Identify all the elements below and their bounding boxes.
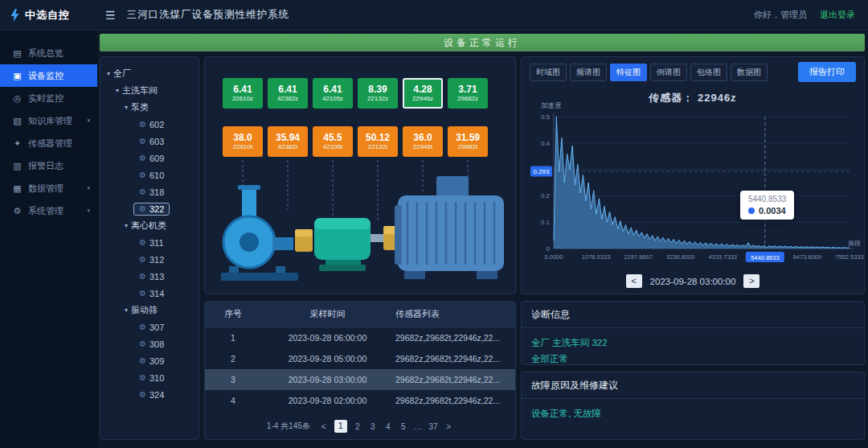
- realtime-monitor-icon: ◎: [12, 93, 23, 104]
- pagination-next[interactable]: >: [444, 422, 453, 431]
- date-next-button[interactable]: >: [743, 274, 760, 288]
- tree-leaf-308[interactable]: ⚙308: [104, 335, 195, 352]
- tree-leaf-307[interactable]: ⚙307: [104, 319, 195, 335]
- chart-tab-cepstrum[interactable]: 倒谱图: [650, 64, 687, 81]
- tree-leaf-box: ⚙310: [133, 372, 170, 384]
- sidebar-item-system-manage[interactable]: ⚙系统管理▾: [0, 199, 97, 222]
- badge-sensor-id: 42382t: [278, 143, 297, 151]
- pagination-prev[interactable]: <: [319, 422, 329, 431]
- table-row[interactable]: 22023-09-28 05:00:0029682z,29682t,22946z…: [205, 348, 515, 369]
- sensor-badge-22946t[interactable]: 36.022946t: [403, 126, 443, 157]
- tree-leaf-609[interactable]: ⚙609: [104, 150, 195, 166]
- tree-leaf-602[interactable]: ⚙602: [104, 116, 195, 133]
- pagination-summary: 1-4 共145条: [267, 421, 310, 432]
- tree-leaf-312[interactable]: ⚙312: [104, 251, 195, 268]
- equipment-panel: 6.4122610z6.4142382z6.4142105z8.3922132z…: [204, 56, 516, 294]
- badge-value: 6.41: [323, 84, 342, 95]
- chart-tab-envelope[interactable]: 包络图: [690, 64, 727, 81]
- sidebar-item-data-manage[interactable]: ▦数据管理▾: [0, 177, 97, 199]
- chart-tab-time-domain[interactable]: 时域图: [530, 64, 567, 81]
- badge-sensor-id: 22132t: [368, 143, 387, 151]
- logout-button[interactable]: 退出登录: [820, 9, 855, 21]
- gear-icon: ⚙: [139, 373, 146, 382]
- gear-icon: ⚙: [139, 238, 146, 247]
- tree-branch-离心机类[interactable]: ▾离心机类: [104, 217, 195, 234]
- tree-branch-振动筛[interactable]: ▾振动筛: [104, 302, 195, 319]
- table-row[interactable]: 32023-09-28 03:00:0029682z,29682t,22946z…: [205, 369, 515, 390]
- tree-leaf-box: ⚙603: [133, 135, 170, 148]
- cell-time: 2023-09-28 06:00:00: [261, 333, 394, 343]
- pagination-page-2[interactable]: 2: [353, 422, 362, 431]
- pagination-page-4[interactable]: 4: [383, 422, 393, 431]
- sidebar-item-alarm-log[interactable]: ▥报警日志: [0, 154, 97, 177]
- fault-title: 故障原因及维修建议: [522, 372, 864, 399]
- diagnosis-location-link[interactable]: 全厂 主洗车间 322: [531, 335, 854, 351]
- pagination-page-37[interactable]: 37: [428, 422, 438, 431]
- table-pagination: 1-4 共145条<12345...37>: [205, 420, 515, 433]
- feature-chart-plot[interactable]: 0.00001078.93332157.86673236.80004315.73…: [530, 110, 858, 271]
- gear-icon: ⚙: [139, 255, 146, 264]
- gear-icon: ⚙: [139, 204, 146, 213]
- sensor-badge-22610t[interactable]: 38.022610t: [223, 126, 263, 157]
- gear-icon: ⚙: [139, 171, 146, 179]
- chart-tooltip: 5440.8533 0.0034: [740, 191, 794, 220]
- tree-leaf-610[interactable]: ⚙610: [104, 166, 195, 183]
- fault-panel: 故障原因及维修建议 设备正常, 无故障: [521, 372, 865, 440]
- pagination-page-5[interactable]: 5: [399, 422, 408, 431]
- tree-leaf-309[interactable]: ⚙309: [104, 352, 195, 369]
- sensor-badge-42382t[interactable]: 35.9442382t: [268, 126, 308, 157]
- sidebar-item-device-monitor[interactable]: ▣设备监控: [0, 64, 97, 87]
- sensor-badge-29682t[interactable]: 31.5929682t: [448, 126, 488, 157]
- gear-icon: ⚙: [139, 323, 146, 331]
- tree-leaf-324[interactable]: ⚙324: [104, 386, 195, 403]
- sidebar-item-knowledge-base[interactable]: ▧知识库管理▾: [0, 109, 97, 132]
- tree-leaf-603[interactable]: ⚙603: [104, 133, 195, 150]
- badge-sensor-id: 22946t: [413, 143, 432, 151]
- tree-leaf-313[interactable]: ⚙313: [104, 268, 195, 285]
- tree-leaf-322[interactable]: ⚙322: [104, 200, 195, 217]
- diagnosis-status: 全部正常: [531, 351, 854, 367]
- table-row[interactable]: 42023-09-28 02:00:0029682z,29682t,22946z…: [205, 390, 515, 411]
- tree-leaf-box: ⚙313: [133, 270, 170, 283]
- badge-value: 3.71: [458, 84, 477, 95]
- pagination-page-3[interactable]: 3: [368, 422, 378, 431]
- date-pager: <2023-09-28 03:00:00>: [522, 274, 864, 288]
- badge-value: 4.28: [413, 84, 432, 95]
- sidebar-item-realtime-monitor[interactable]: ◎实时监控: [0, 87, 97, 109]
- sidebar-item-system-overview[interactable]: ▤系统总览: [0, 42, 97, 64]
- table-row[interactable]: 12023-09-28 06:00:0029682z,29682t,22946z…: [205, 327, 515, 348]
- current-date: 2023-09-28 03:00:00: [650, 277, 736, 286]
- table-header-2: 传感器列表: [394, 308, 515, 320]
- tree-node-label: 312: [149, 255, 164, 265]
- tree-branch-泵类[interactable]: ▾泵类: [104, 99, 195, 116]
- tree-node-label: 全厂: [113, 68, 131, 80]
- sensor-badge-22132t[interactable]: 50.1222132t: [358, 126, 398, 157]
- tree-branch-主洗车间[interactable]: ▾主洗车间: [104, 82, 195, 99]
- sensor-badge-42105z[interactable]: 6.4142105z: [313, 78, 353, 109]
- chart-tab-feature[interactable]: 特征图: [610, 64, 647, 81]
- sensor-badge-22610z[interactable]: 6.4122610z: [223, 78, 263, 109]
- tree-leaf-314[interactable]: ⚙314: [104, 285, 195, 302]
- chart-tab-data[interactable]: 数据图: [731, 64, 768, 81]
- sensor-badge-22132z[interactable]: 8.3922132z: [358, 78, 398, 109]
- tree-leaf-318[interactable]: ⚙318: [104, 183, 195, 200]
- sensor-badge-29682z[interactable]: 3.7129682z: [448, 78, 488, 109]
- tree-leaf-311[interactable]: ⚙311: [104, 234, 195, 251]
- pagination-page-1[interactable]: 1: [334, 420, 347, 433]
- chart-tab-spectrum[interactable]: 频谱图: [570, 64, 607, 81]
- fault-message: 设备正常, 无故障: [531, 405, 854, 421]
- gear-icon: ⚙: [139, 137, 146, 146]
- sensor-badge-42105t[interactable]: 45.542105t: [313, 126, 353, 157]
- status-banner: 设备正常运行: [100, 34, 865, 51]
- sensor-badge-42382z[interactable]: 6.4142382z: [268, 78, 308, 109]
- tree-branch-全厂[interactable]: ▾全厂: [104, 65, 195, 82]
- sidebar-item-label: 设备监控: [28, 70, 63, 82]
- tree-leaf-box: ⚙311: [133, 236, 170, 249]
- sidebar-collapse-icon[interactable]: ☰: [105, 9, 116, 22]
- sidebar-item-sensor-manage[interactable]: ✦传感器管理: [0, 132, 97, 154]
- print-report-button[interactable]: 报告打印: [798, 62, 856, 82]
- sensor-badge-22946z[interactable]: 4.2822946z: [403, 78, 443, 109]
- date-prev-button[interactable]: <: [626, 274, 642, 288]
- tree-leaf-310[interactable]: ⚙310: [104, 369, 195, 386]
- svg-text:0.293: 0.293: [533, 168, 550, 175]
